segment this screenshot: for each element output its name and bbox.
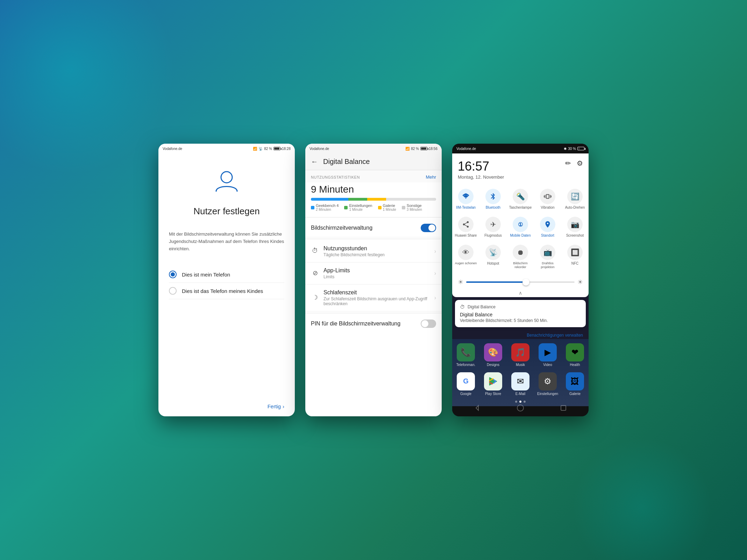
app-video[interactable]: ▶ Video — [534, 343, 561, 367]
phone3-battery-text: 30 % — [568, 147, 576, 151]
phone2-time: 18:56 — [429, 147, 437, 151]
phone-3: Vodafone.de ✱ 30 % 16:57 Montag, 12. Nov… — [452, 144, 589, 416]
app-icon-galerie: 🖼 — [566, 372, 584, 390]
db-menu-nutzungsstunden[interactable]: ⏱ Nutzungsstunden Tägliche Bildschirmzei… — [305, 240, 442, 263]
schlafenszeit-arrow-icon: › — [434, 295, 436, 301]
qs-eye-comfort-icon: 👁 — [458, 245, 474, 260]
qs-edit-icon[interactable]: ✏ — [565, 159, 571, 167]
radio-option-1[interactable]: Dies ist mein Telefon — [169, 266, 284, 283]
qs-autorotate[interactable]: 🔄 Auto-Drehen — [561, 185, 589, 213]
qs-expand-button[interactable]: ∧ — [452, 289, 589, 297]
db-mehr-button[interactable]: Mehr — [426, 174, 436, 180]
phone1-title: Nutzer festlegen — [193, 206, 259, 217]
phones-container: Vodafone.de 📶 📡 82 % 18:28 Nutzer festle… — [158, 144, 589, 416]
qs-mobile-data[interactable]: ① Mobile Daten — [507, 213, 534, 241]
phone3-home-nav-icon[interactable] — [516, 404, 525, 412]
usage-seg-settings — [348, 198, 367, 201]
app-icon-designs: 🎨 — [484, 343, 502, 361]
app-galerie[interactable]: 🖼 Galerie — [561, 372, 589, 396]
app-telefonman[interactable]: 📞 Telefonman. — [452, 343, 479, 367]
phone-2: Vodafone.de 📶 82 % 18:56 ← Digital Balan… — [305, 144, 442, 416]
phone1-status-bar: Vodafone.de 📶 📡 82 % 18:28 — [158, 144, 295, 153]
qs-screen-recorder-icon: ⏺ — [513, 245, 528, 260]
home-dot-2 — [519, 401, 521, 403]
fertig-button[interactable]: Fertig › — [268, 403, 284, 409]
phone2-carrier: Vodafone.de — [310, 147, 329, 151]
app-designs[interactable]: 🎨 Designs — [479, 343, 507, 367]
qs-airplane[interactable]: ✈ Flugmodus — [479, 213, 507, 241]
usage-seg-gallery — [367, 198, 386, 201]
radio-option-2[interactable]: Dies ist das Telefon meines Kindes — [169, 283, 284, 299]
notif-manage-button[interactable]: Benachrichtigungen verwalten — [452, 330, 589, 339]
phone3-status-bar: Vodafone.de ✱ 30 % — [452, 144, 589, 153]
legend-geekbench: Geekbench 4 2 Minuten — [311, 203, 339, 211]
phone2-battery-text: 82 % — [411, 147, 419, 151]
qs-datetime: 16:57 Montag, 12. November — [458, 159, 504, 180]
svg-point-8 — [517, 405, 524, 411]
app-label-health: Health — [570, 363, 580, 367]
qs-location-icon — [540, 217, 555, 232]
schlafenszeit-title: Schlafenszeit — [323, 289, 430, 296]
qs-vibration[interactable]: Vibration — [534, 185, 561, 213]
radio-label-1: Dies ist mein Telefon — [182, 272, 230, 278]
app-label-designs: Designs — [487, 363, 499, 367]
db-section-header: NUTZUNGSSTATISTIKEN Mehr — [305, 170, 442, 182]
qs-hotspot[interactable]: 📡 Hotspot — [479, 241, 507, 273]
quick-settings-panel: 16:57 Montag, 12. November ✏ ⚙ IIM-Tes — [452, 153, 589, 297]
usage-legend: Geekbench 4 2 Minuten Einstellungen 1 Mi… — [305, 203, 442, 216]
db-pin-row: PIN für die Bildschirmzeitverwaltung — [305, 315, 442, 333]
qs-location[interactable]: Standort — [534, 213, 561, 241]
qs-flashlight-label: Taschenlampe — [509, 206, 532, 210]
app-limits-text: App-Limits Limits — [323, 267, 430, 279]
qs-eye-comfort[interactable]: 👁 Augen schonen — [452, 241, 479, 273]
brightness-thumb — [522, 279, 529, 286]
app-email[interactable]: ✉ E-Mail — [507, 372, 534, 396]
qs-mobile-data-label: Mobile Daten — [510, 234, 531, 238]
phone3-back-nav-icon[interactable] — [473, 404, 482, 412]
qs-nfc[interactable]: 🔲 NFC — [561, 241, 589, 273]
qs-screen-recorder[interactable]: ⏺ Bildschirm rekorder — [507, 241, 534, 273]
qs-screenshot[interactable]: 📷 Screenshot — [561, 213, 589, 241]
phone3-recents-nav-icon[interactable] — [559, 404, 568, 412]
fertig-arrow-icon: › — [283, 403, 284, 409]
phone3-bt-icon: ✱ — [564, 147, 567, 151]
home-dot-3 — [524, 401, 526, 403]
app-icon-video: ▶ — [539, 343, 557, 361]
qs-cast[interactable]: 📺 Drahtlos projektion — [534, 241, 561, 273]
brightness-fill — [466, 281, 526, 283]
apps-row-1: 📞 Telefonman. 🎨 Designs 🎵 Musik ▶ Video — [452, 340, 589, 369]
db-menu-app-limits[interactable]: ⊘ App-Limits Limits › — [305, 263, 442, 285]
brightness-slider[interactable] — [466, 281, 575, 283]
db-menu-schlafenszeit[interactable]: ☽ Schlafenszeit Zur Schlafenszeit Bildsc… — [305, 285, 442, 311]
qs-huawei-share[interactable]: Huawei Share — [452, 213, 479, 241]
qs-wifi[interactable]: IIM-Testwlan — [452, 185, 479, 213]
qs-time: 16:57 — [458, 159, 504, 174]
app-einstellungen[interactable]: ⚙ Einstellungen — [534, 372, 561, 396]
qs-bluetooth[interactable]: Bluetooth — [479, 185, 507, 213]
app-health[interactable]: ❤ Health — [561, 343, 589, 367]
app-label-galerie: Galerie — [569, 392, 581, 396]
app-icon-health: ❤ — [566, 343, 584, 361]
phone3-carrier: Vodafone.de — [456, 147, 476, 151]
db-back-button[interactable]: ← — [311, 158, 318, 166]
phone2-status-bar: Vodafone.de 📶 82 % 18:56 — [305, 144, 442, 153]
brightness-low-icon: ☀ — [458, 278, 463, 286]
brightness-control: ☀ ☀ — [452, 275, 589, 289]
app-play-store[interactable]: Play Store — [479, 372, 507, 396]
app-google[interactable]: G Google — [452, 372, 479, 396]
phone2-content: NUTZUNGSSTATISTIKEN Mehr 9 Minuten Geekb… — [305, 170, 442, 416]
usage-bar — [311, 198, 436, 201]
qs-header-icons: ✏ ⚙ — [565, 159, 583, 167]
legend-gallery-time: 1 Minute — [383, 208, 396, 211]
phone2-nav-bar — [305, 416, 442, 416]
qs-settings-icon[interactable]: ⚙ — [577, 159, 583, 167]
legend-other-label: Sonstige — [407, 203, 422, 208]
qs-flashlight[interactable]: 🔦 Taschenlampe — [507, 185, 534, 213]
app-limits-arrow-icon: › — [434, 270, 436, 277]
app-musik[interactable]: 🎵 Musik — [507, 343, 534, 367]
app-limits-title: App-Limits — [323, 267, 430, 274]
schlafenszeit-icon: ☽ — [311, 294, 319, 302]
db-pin-toggle[interactable] — [421, 320, 436, 328]
notif-app-name: Digital Balance — [468, 304, 496, 309]
db-toggle-switch[interactable] — [421, 224, 436, 232]
